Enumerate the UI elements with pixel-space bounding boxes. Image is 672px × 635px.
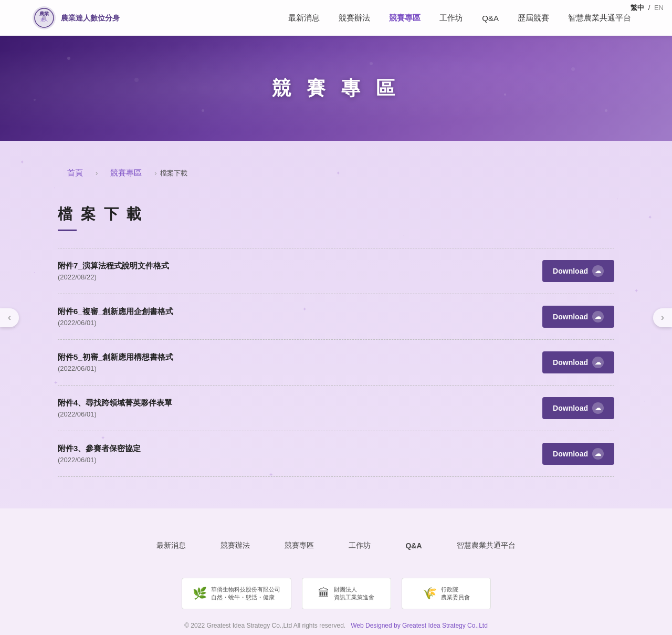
file-item: 附件3、參賽者保密協定 (2022/06/01) Download ☁ <box>58 431 614 477</box>
file-item: 附件5_初審_創新應用構想書格式 (2022/06/01) Download ☁ <box>58 340 614 386</box>
download-icon: ☁ <box>592 448 604 460</box>
lang-divider: / <box>648 4 650 12</box>
nav-item-競賽專區[interactable]: 競賽專區 <box>380 2 430 35</box>
footer-copyright: © 2022 Greatest Idea Strategy Co.,Ltd Al… <box>10 622 662 629</box>
logo-line1: 華僑生物科技股份有限公司 <box>211 586 280 592</box>
file-info: 附件4、尋找跨領域菁英夥伴表單 (2022/06/01) <box>58 398 542 418</box>
logo-line2: 自然・蛻牛・態活・健康 <box>211 594 275 600</box>
nav-item-歷屆競賽[interactable]: 歷屆競賽 <box>508 2 559 35</box>
file-item: 附件6_複審_創新應用企創書格式 (2022/06/01) Download ☁ <box>58 294 614 340</box>
page-title: 檔 案 下 載 <box>58 204 614 224</box>
next-arrow[interactable]: › <box>653 308 672 327</box>
footer-logos: 🌿 華僑生物科技股份有限公司 自然・蛻牛・態活・健康 🏛 財團法人 資訊工業策進… <box>10 578 662 609</box>
site-logo[interactable]: 農業 達人 農業達人數位分身 <box>32 5 126 30</box>
prev-icon: ‹ <box>8 312 11 323</box>
breadcrumb-sep-2: › <box>154 169 156 177</box>
logo-badge-text: 財團法人 資訊工業策進會 <box>334 586 374 602</box>
file-info: 附件3、參賽者保密協定 (2022/06/01) <box>58 444 542 464</box>
file-name: 附件6_複審_創新應用企創書格式 <box>58 307 542 317</box>
footer-nav-item[interactable]: 競賽專區 <box>275 529 323 562</box>
download-button[interactable]: Download ☁ <box>542 397 614 419</box>
site-header: 農業 達人 農業達人數位分身 最新消息競賽辦法競賽專區工作坊Q&A歷屆競賽智慧農… <box>0 0 672 36</box>
file-date: (2022/08/22) <box>58 273 542 281</box>
breadcrumb: 首頁 › 競賽專區 › 檔案下載 <box>58 157 614 190</box>
download-icon: ☁ <box>592 311 604 322</box>
download-button[interactable]: Download ☁ <box>542 306 614 328</box>
footer-nav-item[interactable]: 智慧農業共通平台 <box>447 529 525 562</box>
logo-badge-icon: 🌾 <box>423 587 437 600</box>
file-date: (2022/06/01) <box>58 410 542 418</box>
footer-nav-item[interactable]: 工作坊 <box>339 529 380 562</box>
title-underline <box>58 230 77 231</box>
file-info: 附件7_演算法程式說明文件格式 (2022/08/22) <box>58 261 542 281</box>
logo-icon: 農業 達人 <box>32 5 57 30</box>
lang-other[interactable]: EN <box>654 4 664 12</box>
nav-item-競賽辦法[interactable]: 競賽辦法 <box>329 2 380 35</box>
download-icon: ☁ <box>592 402 604 414</box>
breadcrumb-competition[interactable]: 競賽專區 <box>101 157 151 190</box>
logo-text: 農業達人數位分身 <box>61 13 120 23</box>
hero-title: 競 賽 專 區 <box>272 76 400 101</box>
download-button[interactable]: Download ☁ <box>542 260 614 282</box>
file-item: 附件4、尋找跨領域菁英夥伴表單 (2022/06/01) Download ☁ <box>58 386 614 431</box>
main-content: ✦ · ✦ · ✦ · ✦ · · ✦ · ✦ · ✦ · ✦ 首頁 › 競賽專… <box>0 141 672 508</box>
download-button[interactable]: Download ☁ <box>542 443 614 465</box>
site-footer: 最新消息競賽辦法競賽專區工作坊Q&A智慧農業共通平台 🌿 華僑生物科技股份有限公… <box>0 508 672 635</box>
file-name: 附件7_演算法程式說明文件格式 <box>58 261 542 271</box>
next-icon: › <box>661 312 664 323</box>
language-bar: 繁中 / EN <box>622 0 672 16</box>
download-icon: ☁ <box>592 265 604 277</box>
nav-item-Q&A[interactable]: Q&A <box>472 2 508 34</box>
download-icon: ☁ <box>592 357 604 368</box>
file-name: 附件4、尋找跨領域菁英夥伴表單 <box>58 398 542 408</box>
main-nav: 最新消息競賽辦法競賽專區工作坊Q&A歷屆競賽智慧農業共通平台 <box>279 2 640 35</box>
footer-logo: 🏛 財團法人 資訊工業策進會 <box>302 578 391 609</box>
logo-line2: 資訊工業策進會 <box>334 594 374 600</box>
logo-line2: 農業委員會 <box>441 594 470 600</box>
footer-nav-item[interactable]: 最新消息 <box>147 529 195 562</box>
logo-line1: 財團法人 <box>334 586 357 592</box>
hero-banner: 競 賽 專 區 <box>0 36 672 141</box>
logo-badge-icon: 🏛 <box>318 587 330 600</box>
nav-item-工作坊[interactable]: 工作坊 <box>430 2 472 35</box>
footer-nav-item[interactable]: Q&A <box>396 530 431 561</box>
lang-current[interactable]: 繁中 <box>631 4 644 12</box>
svg-text:農業: 農業 <box>39 11 49 16</box>
svg-point-4 <box>42 16 46 20</box>
logo-badge-text: 華僑生物科技股份有限公司 自然・蛻牛・態活・健康 <box>211 586 280 602</box>
file-name: 附件5_初審_創新應用構想書格式 <box>58 352 542 362</box>
footer-nav-item[interactable]: 競賽辦法 <box>211 529 259 562</box>
file-date: (2022/06/01) <box>58 365 542 372</box>
file-date: (2022/06/01) <box>58 456 542 464</box>
prev-arrow[interactable]: ‹ <box>0 308 19 327</box>
breadcrumb-sep-1: › <box>96 169 98 177</box>
breadcrumb-home[interactable]: 首頁 <box>58 157 92 190</box>
file-name: 附件3、參賽者保密協定 <box>58 444 542 454</box>
logo-badge-icon: 🌿 <box>193 587 207 600</box>
footer-designer-link[interactable]: Web Designed by Greatest Idea Strategy C… <box>351 622 488 629</box>
logo-badge-text: 行政院 農業委員會 <box>441 586 470 602</box>
file-info: 附件5_初審_創新應用構想書格式 (2022/06/01) <box>58 352 542 372</box>
breadcrumb-current: 檔案下載 <box>160 169 187 178</box>
file-item: 附件7_演算法程式說明文件格式 (2022/08/22) Download ☁ <box>58 248 614 294</box>
download-button[interactable]: Download ☁ <box>542 351 614 373</box>
footer-nav: 最新消息競賽辦法競賽專區工作坊Q&A智慧農業共通平台 <box>10 529 662 562</box>
logo-line1: 行政院 <box>441 586 458 592</box>
footer-logo: 🌾 行政院 農業委員會 <box>402 578 491 609</box>
footer-logo: 🌿 華僑生物科技股份有限公司 自然・蛻牛・態活・健康 <box>182 578 291 609</box>
file-list: 附件7_演算法程式說明文件格式 (2022/08/22) Download ☁ … <box>58 248 614 477</box>
file-date: (2022/06/01) <box>58 319 542 327</box>
file-info: 附件6_複審_創新應用企創書格式 (2022/06/01) <box>58 307 542 327</box>
nav-item-最新消息[interactable]: 最新消息 <box>279 2 329 35</box>
